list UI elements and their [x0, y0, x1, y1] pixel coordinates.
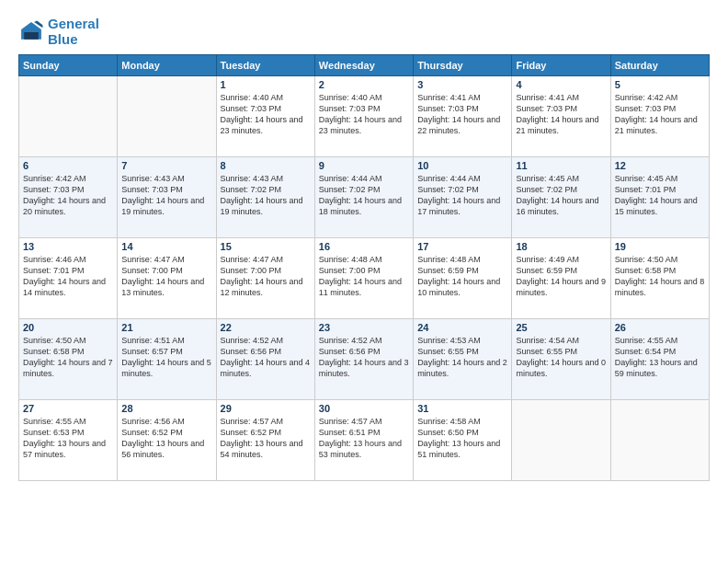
day-info: Sunrise: 4:45 AM Sunset: 7:02 PM Dayligh…	[516, 173, 606, 218]
day-info: Sunrise: 4:41 AM Sunset: 7:03 PM Dayligh…	[516, 92, 606, 137]
day-number: 14	[121, 241, 211, 252]
day-info: Sunrise: 4:49 AM Sunset: 6:59 PM Dayligh…	[516, 254, 606, 299]
day-info: Sunrise: 4:55 AM Sunset: 6:53 PM Dayligh…	[23, 416, 113, 461]
header-row: SundayMondayTuesdayWednesdayThursdayFrid…	[19, 55, 710, 76]
day-number: 7	[121, 160, 211, 171]
calendar-cell	[512, 400, 610, 481]
day-info: Sunrise: 4:58 AM Sunset: 6:50 PM Dayligh…	[417, 416, 507, 461]
day-number: 1	[221, 79, 311, 90]
day-number: 13	[23, 241, 113, 252]
day-number: 26	[615, 322, 705, 333]
day-info: Sunrise: 4:48 AM Sunset: 6:59 PM Dayligh…	[417, 254, 507, 299]
calendar-cell	[118, 76, 216, 157]
page: General Blue SundayMondayTuesdayWednesda…	[0, 0, 728, 563]
day-of-week-header: Wednesday	[314, 55, 413, 76]
calendar-cell: 13Sunrise: 4:46 AM Sunset: 7:01 PM Dayli…	[19, 238, 118, 319]
day-info: Sunrise: 4:52 AM Sunset: 6:56 PM Dayligh…	[319, 335, 409, 380]
calendar-cell: 28Sunrise: 4:56 AM Sunset: 6:52 PM Dayli…	[118, 400, 216, 481]
day-info: Sunrise: 4:57 AM Sunset: 6:51 PM Dayligh…	[319, 416, 409, 461]
day-number: 21	[121, 322, 211, 333]
calendar-cell: 18Sunrise: 4:49 AM Sunset: 6:59 PM Dayli…	[512, 238, 610, 319]
day-info: Sunrise: 4:48 AM Sunset: 7:00 PM Dayligh…	[319, 254, 409, 299]
day-of-week-header: Sunday	[19, 55, 118, 76]
calendar-week-row: 6Sunrise: 4:42 AM Sunset: 7:03 PM Daylig…	[19, 157, 710, 238]
day-number: 31	[417, 403, 507, 414]
logo: General Blue	[18, 17, 99, 47]
day-number: 23	[319, 322, 409, 333]
day-info: Sunrise: 4:42 AM Sunset: 7:03 PM Dayligh…	[615, 92, 705, 137]
calendar-cell: 14Sunrise: 4:47 AM Sunset: 7:00 PM Dayli…	[118, 238, 216, 319]
calendar-cell: 15Sunrise: 4:47 AM Sunset: 7:00 PM Dayli…	[216, 238, 314, 319]
day-of-week-header: Friday	[512, 55, 610, 76]
day-number: 9	[319, 160, 409, 171]
day-number: 27	[23, 403, 113, 414]
day-number: 29	[221, 403, 311, 414]
day-number: 30	[319, 403, 409, 414]
calendar-cell: 19Sunrise: 4:50 AM Sunset: 6:58 PM Dayli…	[610, 238, 709, 319]
day-number: 28	[121, 403, 211, 414]
calendar-cell: 3Sunrise: 4:41 AM Sunset: 7:03 PM Daylig…	[414, 76, 512, 157]
day-info: Sunrise: 4:41 AM Sunset: 7:03 PM Dayligh…	[417, 92, 507, 137]
calendar-cell: 25Sunrise: 4:54 AM Sunset: 6:55 PM Dayli…	[512, 319, 610, 400]
day-of-week-header: Thursday	[414, 55, 512, 76]
day-number: 15	[221, 241, 311, 252]
day-info: Sunrise: 4:47 AM Sunset: 7:00 PM Dayligh…	[121, 254, 211, 299]
header: General Blue	[18, 17, 710, 47]
day-info: Sunrise: 4:56 AM Sunset: 6:52 PM Dayligh…	[121, 416, 211, 461]
calendar-cell: 9Sunrise: 4:44 AM Sunset: 7:02 PM Daylig…	[314, 157, 413, 238]
calendar-cell: 10Sunrise: 4:44 AM Sunset: 7:02 PM Dayli…	[414, 157, 512, 238]
day-number: 17	[417, 241, 507, 252]
day-number: 25	[516, 322, 606, 333]
calendar-cell: 21Sunrise: 4:51 AM Sunset: 6:57 PM Dayli…	[118, 319, 216, 400]
day-info: Sunrise: 4:50 AM Sunset: 6:58 PM Dayligh…	[615, 254, 705, 299]
day-number: 19	[615, 241, 705, 252]
day-number: 22	[221, 322, 311, 333]
day-info: Sunrise: 4:57 AM Sunset: 6:52 PM Dayligh…	[221, 416, 311, 461]
calendar-cell: 7Sunrise: 4:43 AM Sunset: 7:03 PM Daylig…	[118, 157, 216, 238]
calendar-cell: 2Sunrise: 4:40 AM Sunset: 7:03 PM Daylig…	[314, 76, 413, 157]
calendar-cell: 6Sunrise: 4:42 AM Sunset: 7:03 PM Daylig…	[19, 157, 118, 238]
day-info: Sunrise: 4:43 AM Sunset: 7:03 PM Dayligh…	[121, 173, 211, 218]
day-number: 20	[23, 322, 113, 333]
day-info: Sunrise: 4:51 AM Sunset: 6:57 PM Dayligh…	[121, 335, 211, 380]
calendar-week-row: 20Sunrise: 4:50 AM Sunset: 6:58 PM Dayli…	[19, 319, 710, 400]
calendar-cell: 24Sunrise: 4:53 AM Sunset: 6:55 PM Dayli…	[414, 319, 512, 400]
day-number: 18	[516, 241, 606, 252]
day-info: Sunrise: 4:40 AM Sunset: 7:03 PM Dayligh…	[221, 92, 311, 137]
day-info: Sunrise: 4:54 AM Sunset: 6:55 PM Dayligh…	[516, 335, 606, 380]
day-info: Sunrise: 4:55 AM Sunset: 6:54 PM Dayligh…	[615, 335, 705, 380]
day-info: Sunrise: 4:42 AM Sunset: 7:03 PM Dayligh…	[23, 173, 113, 218]
logo-text: General Blue	[48, 17, 99, 47]
calendar-header: SundayMondayTuesdayWednesdayThursdayFrid…	[19, 55, 710, 76]
calendar-body: 1Sunrise: 4:40 AM Sunset: 7:03 PM Daylig…	[19, 76, 710, 481]
calendar-cell: 12Sunrise: 4:45 AM Sunset: 7:01 PM Dayli…	[610, 157, 709, 238]
logo-icon	[18, 19, 44, 45]
day-info: Sunrise: 4:44 AM Sunset: 7:02 PM Dayligh…	[319, 173, 409, 218]
day-info: Sunrise: 4:50 AM Sunset: 6:58 PM Dayligh…	[23, 335, 113, 380]
day-info: Sunrise: 4:45 AM Sunset: 7:01 PM Dayligh…	[615, 173, 705, 218]
day-info: Sunrise: 4:46 AM Sunset: 7:01 PM Dayligh…	[23, 254, 113, 299]
day-number: 24	[417, 322, 507, 333]
calendar-cell: 27Sunrise: 4:55 AM Sunset: 6:53 PM Dayli…	[19, 400, 118, 481]
day-number: 4	[516, 79, 606, 90]
day-number: 12	[615, 160, 705, 171]
day-info: Sunrise: 4:53 AM Sunset: 6:55 PM Dayligh…	[417, 335, 507, 380]
day-of-week-header: Monday	[118, 55, 216, 76]
calendar-cell: 22Sunrise: 4:52 AM Sunset: 6:56 PM Dayli…	[216, 319, 314, 400]
calendar-week-row: 27Sunrise: 4:55 AM Sunset: 6:53 PM Dayli…	[19, 400, 710, 481]
calendar-cell: 17Sunrise: 4:48 AM Sunset: 6:59 PM Dayli…	[414, 238, 512, 319]
day-info: Sunrise: 4:44 AM Sunset: 7:02 PM Dayligh…	[417, 173, 507, 218]
calendar-week-row: 13Sunrise: 4:46 AM Sunset: 7:01 PM Dayli…	[19, 238, 710, 319]
calendar-cell: 8Sunrise: 4:43 AM Sunset: 7:02 PM Daylig…	[216, 157, 314, 238]
day-number: 5	[615, 79, 705, 90]
calendar-cell: 30Sunrise: 4:57 AM Sunset: 6:51 PM Dayli…	[314, 400, 413, 481]
day-number: 2	[319, 79, 409, 90]
calendar-cell: 1Sunrise: 4:40 AM Sunset: 7:03 PM Daylig…	[216, 76, 314, 157]
day-number: 8	[221, 160, 311, 171]
calendar-cell: 4Sunrise: 4:41 AM Sunset: 7:03 PM Daylig…	[512, 76, 610, 157]
svg-rect-2	[24, 32, 39, 40]
day-info: Sunrise: 4:47 AM Sunset: 7:00 PM Dayligh…	[221, 254, 311, 299]
calendar-cell: 11Sunrise: 4:45 AM Sunset: 7:02 PM Dayli…	[512, 157, 610, 238]
calendar-cell: 31Sunrise: 4:58 AM Sunset: 6:50 PM Dayli…	[414, 400, 512, 481]
calendar-cell: 16Sunrise: 4:48 AM Sunset: 7:00 PM Dayli…	[314, 238, 413, 319]
